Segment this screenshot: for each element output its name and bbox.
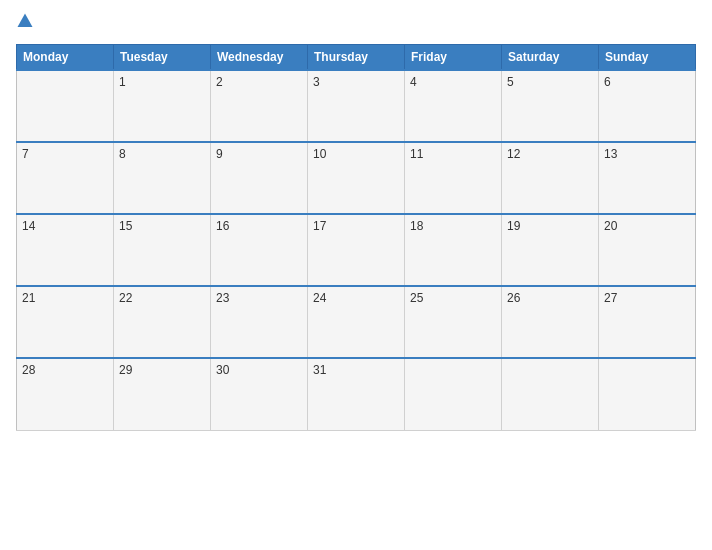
calendar-cell [405,358,502,430]
calendar-cell: 18 [405,214,502,286]
day-header-tuesday: Tuesday [114,45,211,71]
calendar-cell: 8 [114,142,211,214]
calendar-cell: 16 [211,214,308,286]
calendar-cell: 13 [599,142,696,214]
header [16,12,696,34]
calendar-cell: 31 [308,358,405,430]
calendar-cell: 4 [405,70,502,142]
calendar-cell: 9 [211,142,308,214]
calendar-cell: 15 [114,214,211,286]
day-headers-row: MondayTuesdayWednesdayThursdayFridaySatu… [17,45,696,71]
svg-marker-0 [18,14,33,28]
calendar-cell: 1 [114,70,211,142]
day-header-friday: Friday [405,45,502,71]
calendar-cell [17,70,114,142]
day-header-saturday: Saturday [502,45,599,71]
week-row-2: 78910111213 [17,142,696,214]
calendar-body: 1234567891011121314151617181920212223242… [17,70,696,430]
calendar-cell: 17 [308,214,405,286]
calendar-cell: 2 [211,70,308,142]
calendar-cell: 5 [502,70,599,142]
calendar-cell: 12 [502,142,599,214]
calendar-cell: 3 [308,70,405,142]
calendar-cell: 14 [17,214,114,286]
calendar-cell [599,358,696,430]
calendar-cell: 27 [599,286,696,358]
calendar-cell: 22 [114,286,211,358]
calendar-cell: 21 [17,286,114,358]
calendar-cell: 19 [502,214,599,286]
calendar-cell: 25 [405,286,502,358]
logo-icon [16,12,34,34]
calendar-cell: 6 [599,70,696,142]
calendar-cell: 11 [405,142,502,214]
calendar-table: MondayTuesdayWednesdayThursdayFridaySatu… [16,44,696,431]
week-row-4: 21222324252627 [17,286,696,358]
day-header-wednesday: Wednesday [211,45,308,71]
day-header-thursday: Thursday [308,45,405,71]
calendar-cell: 23 [211,286,308,358]
calendar-cell: 20 [599,214,696,286]
calendar-cell: 26 [502,286,599,358]
week-row-5: 28293031 [17,358,696,430]
day-header-sunday: Sunday [599,45,696,71]
calendar-cell: 28 [17,358,114,430]
calendar-cell [502,358,599,430]
week-row-1: 123456 [17,70,696,142]
calendar-cell: 24 [308,286,405,358]
week-row-3: 14151617181920 [17,214,696,286]
calendar-cell: 29 [114,358,211,430]
calendar-header: MondayTuesdayWednesdayThursdayFridaySatu… [17,45,696,71]
calendar-cell: 10 [308,142,405,214]
calendar-page: MondayTuesdayWednesdayThursdayFridaySatu… [0,0,712,550]
day-header-monday: Monday [17,45,114,71]
calendar-cell: 30 [211,358,308,430]
calendar-cell: 7 [17,142,114,214]
logo [16,12,38,34]
